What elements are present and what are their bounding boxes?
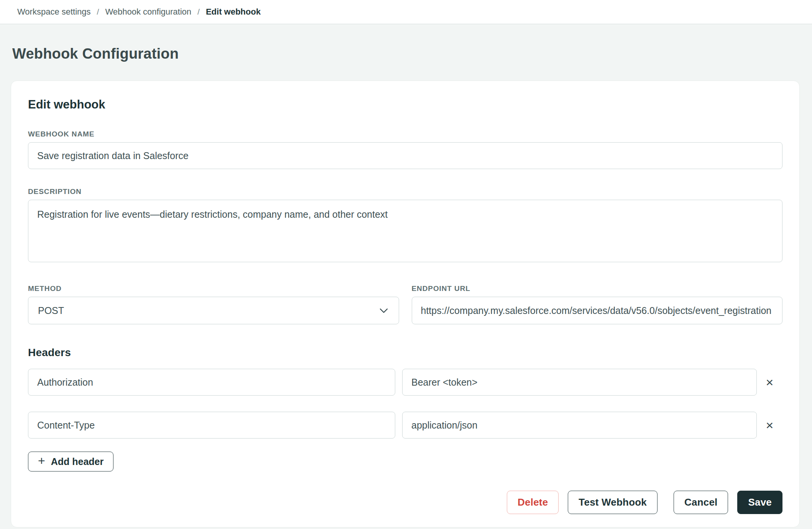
header-row-content-type: ×: [28, 412, 782, 439]
breadcrumb-separator: /: [97, 7, 99, 16]
header-row-authorization: ×: [28, 369, 782, 396]
headers-section-title: Headers: [28, 347, 782, 359]
cancel-button[interactable]: Cancel: [674, 491, 728, 514]
method-label: METHOD: [28, 284, 399, 293]
webhook-name-input[interactable]: [28, 142, 782, 169]
header-key-input[interactable]: [28, 369, 395, 396]
card-heading: Edit webhook: [28, 98, 782, 112]
delete-button[interactable]: Delete: [507, 491, 559, 514]
breadcrumb-separator: /: [197, 7, 200, 16]
header-key-input[interactable]: [28, 412, 395, 439]
method-column: METHOD POST: [28, 284, 399, 324]
method-select[interactable]: POST: [28, 297, 399, 324]
header-value-input[interactable]: [402, 369, 757, 396]
add-header-label: Add header: [51, 456, 104, 467]
method-select-value: POST: [38, 305, 64, 316]
webhook-name-label: WEBHOOK NAME: [28, 130, 782, 138]
close-icon: ×: [766, 376, 774, 389]
page-title: Webhook Configuration: [12, 46, 800, 62]
form-actions: Delete Test Webhook Cancel Save: [28, 491, 782, 514]
endpoint-url-label: ENDPOINT URL: [412, 284, 783, 293]
edit-webhook-card: Edit webhook WEBHOOK NAME DESCRIPTION Re…: [11, 80, 800, 527]
breadcrumb-item-workspace-settings[interactable]: Workspace settings: [17, 7, 91, 17]
save-button[interactable]: Save: [737, 491, 782, 514]
topbar: Workspace settings / Webhook configurati…: [0, 0, 812, 24]
remove-header-button[interactable]: ×: [757, 412, 782, 439]
endpoint-column: ENDPOINT URL: [412, 284, 783, 324]
description-label: DESCRIPTION: [28, 187, 782, 196]
plus-icon: +: [38, 454, 45, 468]
remove-header-button[interactable]: ×: [757, 369, 782, 396]
breadcrumb: Workspace settings / Webhook configurati…: [17, 7, 261, 17]
close-icon: ×: [766, 419, 774, 432]
test-webhook-button[interactable]: Test Webhook: [568, 491, 657, 514]
page: Webhook Configuration Edit webhook WEBHO…: [0, 46, 812, 527]
description-textarea[interactable]: Registration for live events—dietary res…: [28, 200, 782, 262]
endpoint-url-input[interactable]: [412, 297, 783, 324]
breadcrumb-item-edit-webhook: Edit webhook: [206, 7, 261, 17]
breadcrumb-item-webhook-configuration[interactable]: Webhook configuration: [105, 7, 191, 17]
add-header-button[interactable]: + Add header: [28, 452, 113, 472]
chevron-down-icon: [378, 305, 389, 316]
header-value-input[interactable]: [402, 412, 757, 439]
method-endpoint-row: METHOD POST ENDPOINT URL: [28, 284, 782, 324]
